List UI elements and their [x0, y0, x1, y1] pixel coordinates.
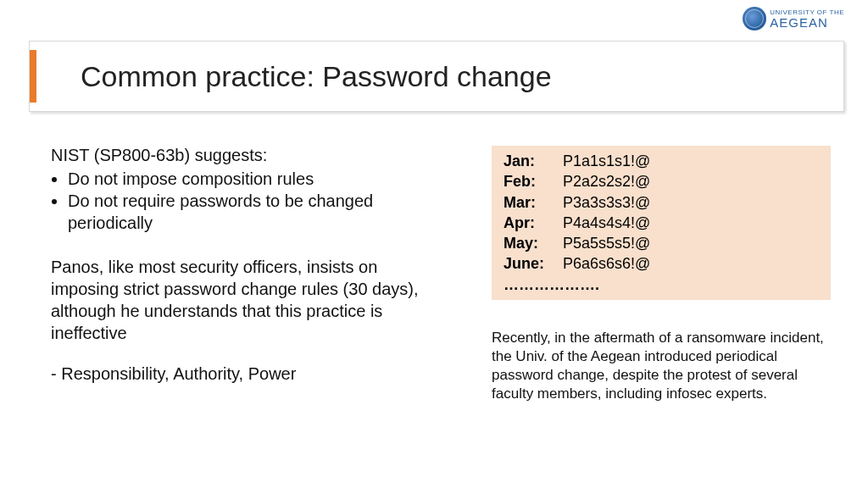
slide: UNIVERSITY OF THE AEGEAN Common practice… [0, 0, 868, 488]
password-row: May: P5a5s5s5!@ [504, 233, 822, 253]
password-ellipsis: ………………. [504, 274, 822, 295]
password-month: June: [504, 253, 563, 274]
password-row: Mar: P3a3s3s3!@ [504, 192, 822, 213]
password-row: Jan: P1a1s1s1!@ [504, 151, 822, 171]
logo-seal-icon [743, 7, 766, 30]
password-month: Apr: [504, 213, 563, 233]
password-value: P1a1s1s1!@ [563, 151, 650, 171]
password-month: Feb: [504, 171, 563, 191]
password-row: June: P6a6s6s6!@ [504, 253, 822, 274]
title-accent-bar [30, 50, 36, 103]
footer-line: - Responsibility, Authority, Power [51, 363, 424, 385]
nist-bullets: Do not impose composition rules Do not r… [68, 168, 424, 234]
bullet-item: Do not impose composition rules [68, 168, 424, 190]
password-value: P4a4s4s4!@ [563, 213, 650, 233]
password-row: Feb: P2a2s2s2!@ [504, 171, 822, 191]
logo-line2: AEGEAN [770, 16, 844, 29]
password-value: P3a3s3s3!@ [563, 192, 650, 213]
password-month: May: [504, 233, 563, 253]
password-month: Mar: [504, 192, 563, 213]
password-value: P5a5s5s5!@ [563, 233, 650, 253]
panos-paragraph: Panos, like most security officers, insi… [51, 256, 424, 344]
title-box: Common practice: Password change [29, 41, 844, 112]
left-column: NIST (SP800-63b) suggests: Do not impose… [51, 144, 424, 385]
password-month: Jan: [504, 151, 563, 171]
password-row: Apr: P4a4s4s4!@ [504, 213, 822, 233]
university-logo: UNIVERSITY OF THE AEGEAN [743, 7, 844, 30]
nist-intro: NIST (SP800-63b) suggests: [51, 144, 424, 166]
slide-title: Common practice: Password change [81, 60, 552, 93]
aftermath-note: Recently, in the aftermath of a ransomwa… [492, 329, 831, 403]
password-value: P2a2s2s2!@ [563, 171, 650, 191]
logo-text: UNIVERSITY OF THE AEGEAN [770, 9, 844, 29]
password-examples-box: Jan: P1a1s1s1!@ Feb: P2a2s2s2!@ Mar: P3a… [492, 146, 831, 300]
bullet-item: Do not require passwords to be changed p… [68, 190, 424, 234]
password-value: P6a6s6s6!@ [563, 253, 650, 274]
